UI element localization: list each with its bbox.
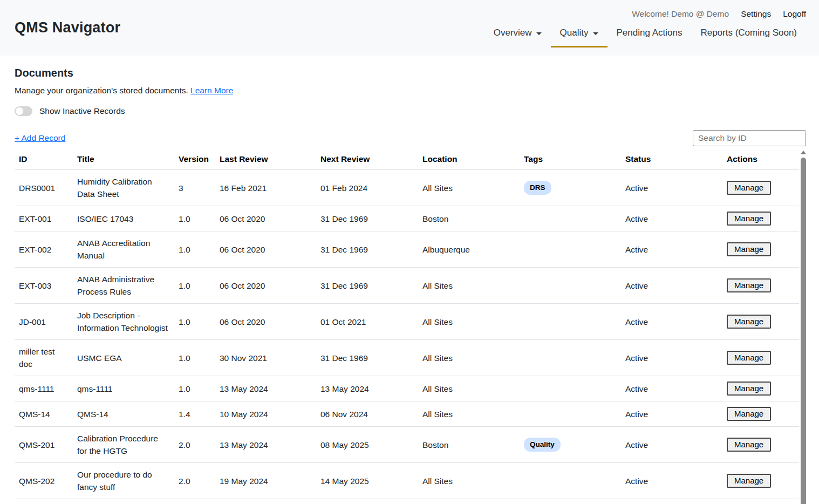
title-cell: ANAB Administrative Process Rules [73, 268, 174, 304]
last-review-cell: 06 Oct 2020 [215, 231, 316, 268]
table-row: JD-001Job Description - Information Tech… [15, 304, 799, 340]
caret-down-icon [593, 32, 598, 35]
table-row: EXT-001ISO/IEC 170431.006 Oct 202031 Dec… [15, 206, 799, 231]
title-cell: Job Description - Information Technologi… [73, 304, 174, 340]
tags-cell [520, 206, 621, 231]
nav-item-reports-coming-soon[interactable]: Reports (Coming Soon) [691, 24, 806, 46]
location-cell: All Sites [418, 376, 520, 401]
nav-item-label: Overview [494, 28, 532, 38]
manage-button[interactable]: Manage [727, 407, 771, 421]
app-title: QMS Navigator [15, 19, 120, 56]
caret-down-icon [536, 32, 542, 35]
location-cell: Boston [418, 206, 520, 231]
column-header-title: Title [73, 149, 174, 170]
column-header-last-review: Last Review [215, 149, 316, 170]
version-cell: 1.0 [174, 268, 215, 304]
version-cell: 1.0 [174, 206, 215, 231]
add-record-link[interactable]: + Add Record [15, 133, 65, 143]
last-review-cell: 13 May 2024 [215, 427, 316, 463]
manage-button[interactable]: Manage [727, 315, 771, 329]
next-review-cell: 01 Feb 2024 [316, 170, 418, 206]
account-links: Welcome! Demo @ Demo Settings Logoff [632, 9, 806, 19]
manage-button[interactable]: Manage [727, 438, 771, 452]
version-cell: 1.0 [174, 340, 215, 376]
title-cell: ANAB Accreditation Manual [73, 231, 174, 268]
next-review-cell: 13 May 2024 [316, 376, 418, 401]
nav-item-label: Reports (Coming Soon) [700, 28, 797, 38]
show-inactive-toggle[interactable] [15, 106, 32, 116]
manage-button[interactable]: Manage [727, 278, 771, 292]
version-cell: 2.0 [174, 427, 215, 463]
tag-badge: Quality [524, 438, 561, 452]
manage-button[interactable]: Manage [727, 212, 771, 226]
last-review-cell: 06 Oct 2020 [215, 304, 316, 340]
table-row: qms-1111qms-11111.013 May 202413 May 202… [15, 376, 799, 401]
id-cell: EXT-001 [15, 206, 73, 231]
tags-cell: Quality [520, 427, 621, 463]
status-cell: Active [621, 376, 722, 401]
nav-item-quality[interactable]: Quality [551, 24, 608, 47]
table-row: EXT-002ANAB Accreditation Manual1.006 Oc… [15, 231, 799, 268]
status-cell: Active [621, 170, 722, 206]
status-cell: Active [621, 304, 722, 340]
scroll-up-arrow-icon[interactable] [801, 151, 806, 154]
documents-table-body: DRS0001Humidity Calibration Data Sheet31… [15, 170, 799, 499]
id-cell: qms-1111 [15, 376, 73, 401]
table-row: QMS-201Calibration Procedure for the HGT… [15, 427, 799, 463]
actions-cell: Manage [722, 268, 799, 304]
show-inactive-toggle-row: Show Inactive Records [15, 106, 806, 116]
actions-cell: Manage [722, 304, 799, 340]
location-cell: All Sites [418, 463, 520, 499]
column-header-actions: Actions [722, 149, 799, 170]
status-cell: Active [621, 231, 722, 268]
actions-cell: Manage [722, 463, 799, 499]
learn-more-link[interactable]: Learn More [190, 86, 233, 95]
actions-cell: Manage [722, 170, 799, 206]
search-input[interactable] [693, 130, 806, 146]
column-header-next-review: Next Review [316, 149, 418, 170]
page-subtitle: Manage your organization's stored docume… [15, 86, 806, 96]
manage-button[interactable]: Manage [727, 351, 771, 365]
next-review-cell: 08 May 2025 [316, 427, 418, 463]
column-header-version: Version [174, 149, 215, 170]
last-review-cell: 06 Oct 2020 [215, 268, 316, 304]
tags-cell [520, 376, 621, 401]
tags-cell [520, 304, 621, 340]
next-review-cell: 31 Dec 1969 [316, 231, 418, 268]
id-cell: JD-001 [15, 304, 73, 340]
table-row: QMS-14QMS-141.410 May 202406 Nov 2024All… [15, 401, 799, 427]
status-cell: Active [621, 268, 722, 304]
id-cell: DRS0001 [15, 170, 73, 206]
status-cell: Active [621, 401, 722, 427]
nav-item-label: Pending Actions [617, 28, 682, 38]
version-cell: 1.0 [174, 231, 215, 268]
status-cell: Active [621, 340, 722, 376]
next-review-cell: 14 May 2025 [316, 463, 418, 499]
status-cell: Active [621, 427, 722, 463]
documents-page: Documents Manage your organization's sto… [0, 56, 819, 499]
column-header-status: Status [621, 149, 722, 170]
manage-button[interactable]: Manage [727, 382, 771, 396]
vertical-scrollbar[interactable] [801, 149, 806, 504]
manage-button[interactable]: Manage [727, 242, 771, 256]
actions-cell: Manage [722, 231, 799, 268]
location-cell: Albuquerque [418, 231, 520, 268]
scrollbar-thumb[interactable] [801, 158, 806, 504]
title-cell: Calibration Procedure for the HGTG [73, 427, 174, 463]
main-nav: OverviewQualityPending ActionsReports (C… [484, 24, 806, 47]
settings-link[interactable]: Settings [741, 9, 771, 19]
location-cell: All Sites [418, 401, 520, 427]
page-title: Documents [15, 67, 806, 79]
top-navbar: QMS Navigator Welcome! Demo @ Demo Setti… [0, 0, 819, 56]
location-cell: All Sites [418, 170, 520, 206]
subtitle-text: Manage your organization's stored docume… [15, 86, 188, 95]
tags-cell [520, 268, 621, 304]
nav-item-pending-actions[interactable]: Pending Actions [608, 24, 692, 46]
manage-button[interactable]: Manage [727, 474, 771, 488]
tags-cell: DRS [520, 170, 621, 206]
manage-button[interactable]: Manage [727, 181, 771, 195]
logoff-link[interactable]: Logoff [783, 9, 806, 19]
tag-badge: DRS [524, 181, 551, 195]
nav-item-overview[interactable]: Overview [484, 24, 551, 46]
location-cell: Boston [418, 427, 520, 463]
